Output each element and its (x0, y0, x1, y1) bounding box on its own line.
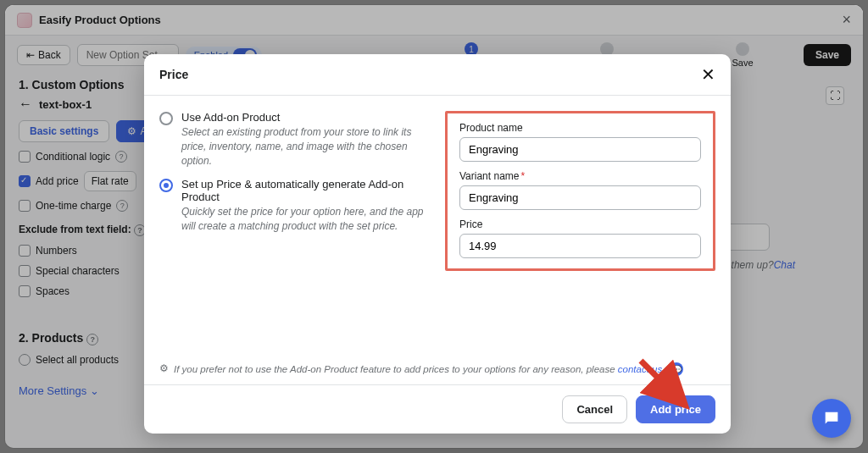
modal-header: Price ✕ (144, 54, 731, 96)
radio-selected-icon (159, 179, 173, 192)
modal-body: Use Add-on Product Select an existing pr… (144, 96, 731, 362)
product-name-label: Product name (459, 122, 701, 134)
modal-actions: Cancel Add price (144, 384, 731, 434)
price-modal: Price ✕ Use Add-on Product Select an exi… (144, 54, 731, 434)
price-label: Price (459, 218, 701, 230)
gear-icon: ⚙ (159, 362, 169, 374)
modal-form-column: Product name Variant name* Price (445, 111, 715, 347)
chat-bubble-icon[interactable]: 💬 (670, 362, 683, 376)
footnote-text: If you prefer not to use the Add-on Prod… (174, 364, 618, 374)
add-price-button[interactable]: Add price (636, 395, 715, 423)
product-name-input[interactable] (459, 137, 701, 162)
modal-options-column: Use Add-on Product Select an existing pr… (159, 111, 430, 347)
price-input[interactable] (459, 234, 701, 258)
radio-label: Use Add-on Product (181, 111, 430, 124)
chat-fab-button[interactable] (812, 399, 851, 438)
modal-title: Price (159, 68, 188, 81)
modal-footnote: ⚙ If you prefer not to use the Add-on Pr… (144, 362, 731, 384)
highlighted-form: Product name Variant name* Price (445, 111, 715, 271)
radio-help-text: Select an existing product from your sto… (181, 125, 430, 168)
contact-us-link[interactable]: contact us (618, 364, 662, 374)
cancel-button[interactable]: Cancel (562, 395, 627, 423)
option-use-addon-product[interactable]: Use Add-on Product Select an existing pr… (159, 111, 430, 168)
radio-help-text: Quickly set the price for your option he… (181, 205, 430, 234)
modal-close-icon[interactable]: ✕ (701, 66, 715, 83)
radio-label: Set up Price & automatically generate Ad… (181, 178, 430, 203)
chat-icon (822, 409, 841, 428)
option-setup-price-generate[interactable]: Set up Price & automatically generate Ad… (159, 178, 430, 234)
radio-icon (159, 112, 173, 125)
variant-name-label: Variant name* (459, 170, 701, 182)
variant-name-input[interactable] (459, 185, 701, 210)
